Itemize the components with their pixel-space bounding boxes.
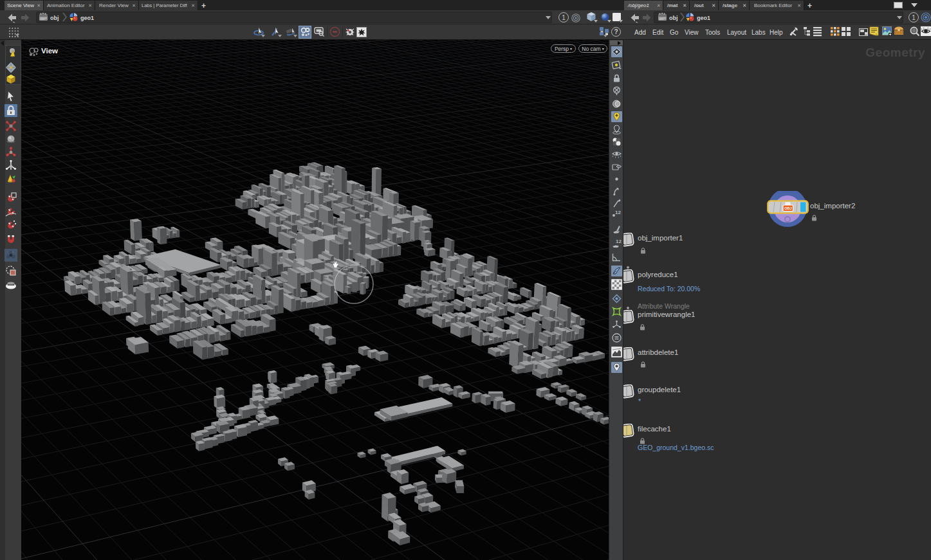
svg-text:12: 12 [615,210,621,215]
svg-text:OBJ: OBJ [784,206,791,210]
svg-text:12: 12 [616,239,622,244]
